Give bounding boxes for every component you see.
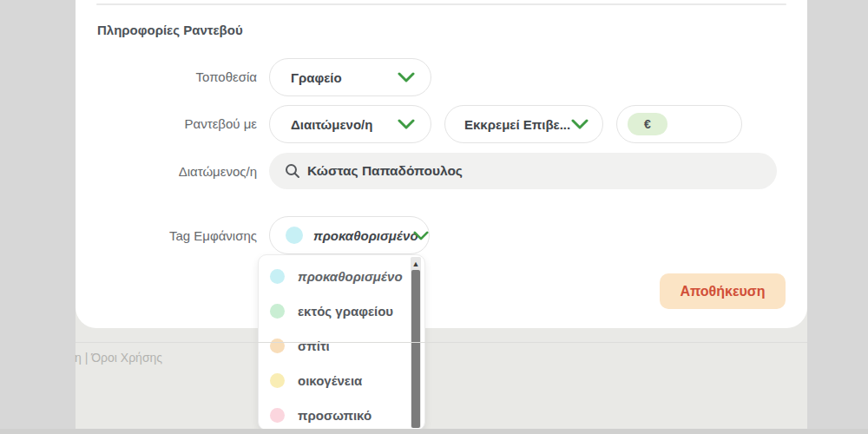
tag-option[interactable]: προκαθορισμένο: [259, 259, 409, 293]
appointment-with-value: Διαιτώμενο/η: [291, 117, 372, 132]
dietitian-label: Διατώμενος/η: [95, 164, 257, 179]
dietitian-search[interactable]: [269, 153, 777, 189]
tag-option-dot: [270, 339, 285, 353]
save-button[interactable]: Αποθήκευση: [660, 273, 786, 309]
tag-option-label: σπίτι: [298, 339, 330, 353]
tag-option[interactable]: εκτός γραφείου: [259, 293, 409, 328]
chevron-down-icon: [571, 119, 589, 129]
tag-option[interactable]: σπίτι: [259, 328, 409, 363]
search-icon: [285, 163, 300, 179]
location-label: Τοποθεσία: [95, 69, 257, 84]
tag-option-label: εκτός γραφείου: [298, 304, 393, 319]
currency-badge: €: [628, 113, 667, 135]
display-tag-label: Tag Εμφάνισης: [95, 228, 257, 243]
tag-option-dot: [270, 269, 285, 284]
footer-divider: [76, 342, 807, 343]
location-dropdown[interactable]: Γραφείο: [269, 58, 431, 96]
display-tag-dropdown[interactable]: προκαθορισμένο: [269, 216, 430, 254]
footer-terms-link[interactable]: η | Όροι Χρήσης: [75, 351, 162, 365]
tag-option-dot: [270, 373, 285, 388]
chevron-down-icon: [398, 72, 415, 82]
display-tag-value: προκαθορισμένο: [313, 228, 418, 243]
chevron-down-icon: [398, 119, 415, 129]
tag-option-dot: [270, 408, 285, 423]
chevron-down-icon: [413, 231, 429, 240]
bottom-edge-strip: [0, 429, 868, 434]
location-value: Γραφείο: [291, 70, 342, 85]
scroll-up-arrow-icon[interactable]: ▲: [411, 259, 421, 269]
approval-status-dropdown[interactable]: Εκκρεμεί Επιβε...: [444, 105, 603, 143]
tag-color-dot: [286, 227, 303, 244]
tag-option-dot: [270, 304, 285, 319]
card-top-divider: [96, 3, 786, 5]
dietitian-search-input[interactable]: [307, 163, 765, 179]
tag-option[interactable]: οικογένεια: [259, 363, 409, 398]
tag-option-label: προκαθορισμένο: [298, 269, 403, 284]
price-field[interactable]: €: [616, 105, 742, 143]
scrollbar-thumb[interactable]: [411, 270, 420, 428]
tag-option-list: προκαθορισμένο εκτός γραφείου σπίτι οικο…: [259, 259, 409, 431]
appointment-with-dropdown[interactable]: Διαιτώμενο/η: [269, 105, 431, 143]
page-title: Πληροφορίες Ραντεβού: [97, 23, 243, 37]
tag-option[interactable]: προσωπικό: [259, 398, 409, 431]
tag-option-label: οικογένεια: [298, 373, 362, 388]
tag-option-label: προσωπικό: [298, 408, 372, 423]
approval-status-value: Εκκρεμεί Επιβε...: [464, 117, 570, 132]
appointment-with-label: Ραντεβού με: [95, 116, 257, 131]
